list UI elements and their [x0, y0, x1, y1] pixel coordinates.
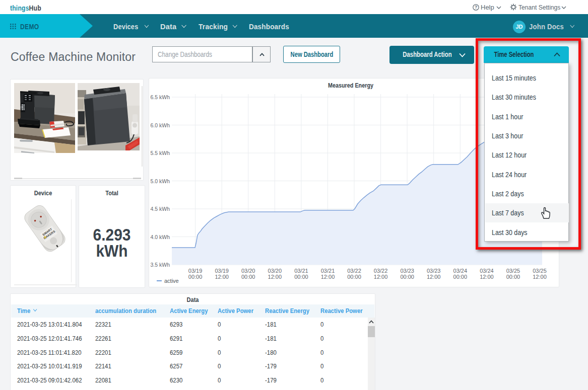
svg-text:03/22: 03/22 — [347, 268, 361, 274]
svg-text:12:00: 12:00 — [215, 274, 229, 280]
svg-text:00:00: 00:00 — [241, 274, 255, 280]
svg-text:12:00: 12:00 — [427, 274, 441, 280]
svg-text:03/25: 03/25 — [506, 268, 520, 274]
svg-text:5.5 kWh: 5.5 kWh — [150, 150, 170, 156]
svg-text:03/19: 03/19 — [215, 268, 229, 274]
svg-text:00:00: 00:00 — [506, 274, 520, 280]
svg-text:12:00: 12:00 — [480, 274, 494, 280]
svg-text:03/23: 03/23 — [427, 268, 441, 274]
svg-text:12:00: 12:00 — [533, 274, 547, 280]
svg-text:03/20: 03/20 — [241, 268, 255, 274]
svg-text:03/19: 03/19 — [188, 268, 203, 274]
svg-text:03/22: 03/22 — [374, 268, 388, 274]
svg-text:03/24: 03/24 — [480, 268, 494, 274]
svg-text:4.5 kWh: 4.5 kWh — [150, 206, 170, 212]
svg-text:00:00: 00:00 — [453, 274, 468, 280]
svg-text:12:00: 12:00 — [321, 274, 335, 280]
svg-text:6.5 kWh: 6.5 kWh — [150, 94, 170, 100]
svg-text:03/20: 03/20 — [268, 268, 282, 274]
svg-text:12:00: 12:00 — [374, 274, 388, 280]
svg-text:00:00: 00:00 — [294, 274, 308, 280]
svg-text:3.5 kWh: 3.5 kWh — [150, 262, 170, 268]
svg-text:4.0 kWh: 4.0 kWh — [150, 234, 170, 240]
svg-text:12:00: 12:00 — [268, 274, 282, 280]
svg-text:?: ? — [475, 5, 477, 10]
svg-text:active: active — [164, 278, 179, 284]
svg-text:00:00: 00:00 — [188, 274, 203, 280]
svg-text:03/21: 03/21 — [294, 268, 308, 274]
svg-text:03/21: 03/21 — [321, 268, 335, 274]
svg-text:03/24: 03/24 — [453, 268, 468, 274]
svg-text:03/25: 03/25 — [533, 268, 547, 274]
svg-text:6.0 kWh: 6.0 kWh — [150, 122, 170, 128]
svg-text:00:00: 00:00 — [400, 274, 414, 280]
svg-text:00:00: 00:00 — [347, 274, 361, 280]
svg-text:5.0 kWh: 5.0 kWh — [150, 178, 170, 184]
svg-text:03/23: 03/23 — [400, 268, 414, 274]
